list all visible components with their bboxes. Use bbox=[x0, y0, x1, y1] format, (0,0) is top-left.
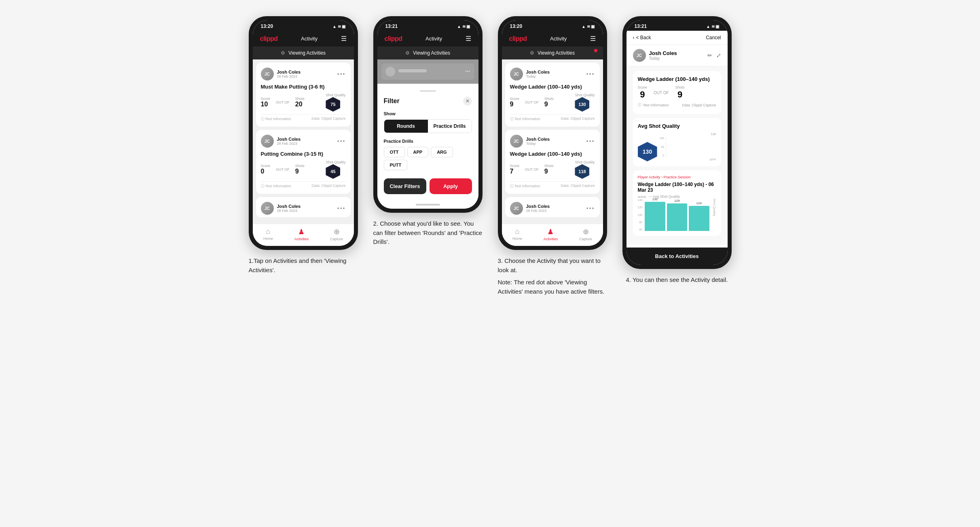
activity-card-1-2[interactable]: JC Josh Coles 28 Feb 2023 ••• bbox=[256, 197, 351, 217]
card-footer-1-0: ⓘ Test Information Data: Clippd Capture bbox=[261, 114, 346, 122]
shots-stat-1-0: Shots 20 bbox=[295, 97, 305, 108]
nav-activities-3[interactable]: ♟ Activities bbox=[544, 227, 558, 241]
chip-app[interactable]: APP bbox=[407, 147, 429, 157]
notch-3 bbox=[532, 20, 573, 29]
viewing-banner-3[interactable]: ⚙ Viewing Activities bbox=[502, 47, 603, 59]
card-header-1-0: JC Josh Coles 28 Feb 2023 ••• bbox=[261, 68, 346, 80]
nav-home-3[interactable]: ⌂ Home bbox=[512, 227, 522, 241]
expand-icon[interactable]: ⤢ bbox=[716, 52, 721, 59]
user-name-1-1: Josh Coles bbox=[277, 137, 337, 142]
user-name-1-2: Josh Coles bbox=[277, 204, 337, 209]
drag-handle bbox=[420, 90, 436, 92]
user-info-1-0: Josh Coles 28 Feb 2023 bbox=[277, 70, 337, 78]
card-dots-1-0[interactable]: ••• bbox=[337, 71, 346, 77]
detail-quality-title: Avg Shot Quality bbox=[638, 123, 716, 129]
card-stats-1-1: Score 0 OUT OF Shots 9 Shot Quality bbox=[261, 160, 346, 179]
card-dots-3-1[interactable]: ••• bbox=[586, 138, 595, 144]
status-bar-3: 13:20 ▲ ≋ ▣ bbox=[502, 20, 603, 31]
avatar-3-1: JC bbox=[510, 135, 523, 148]
chevron-left-icon: ‹ bbox=[633, 35, 635, 40]
user-name-3-0: Josh Coles bbox=[526, 70, 586, 74]
avatar-1-2: JC bbox=[261, 202, 274, 215]
detail-session-section: Player Activity › Practice Session Wedge… bbox=[633, 170, 721, 236]
avatar-3-0: JC bbox=[510, 68, 523, 80]
nav-capture-3[interactable]: ⊕ Capture bbox=[579, 227, 592, 241]
session-label: Player Activity › Practice Session bbox=[638, 175, 716, 179]
user-name-3-2: Josh Coles bbox=[526, 204, 586, 209]
card-header-1-2: JC Josh Coles 28 Feb 2023 ••• bbox=[261, 202, 346, 215]
user-name-1-0: Josh Coles bbox=[277, 70, 337, 74]
apply-button[interactable]: Apply bbox=[430, 178, 472, 194]
app-logo-2: clippd bbox=[385, 35, 402, 42]
modal-header: Filter ✕ bbox=[384, 97, 472, 106]
nav-capture-label-3: Capture bbox=[579, 237, 592, 241]
user-date-3-2: 28 Feb 2023 bbox=[526, 209, 586, 213]
status-icons-2: ▲ ≋ ▣ bbox=[457, 24, 470, 29]
phone-4-frame: 13:21 ▲ ≋ ▣ ‹ < Back Cancel bbox=[622, 16, 732, 269]
viewing-banner-1[interactable]: ⚙ Viewing Activities bbox=[253, 47, 354, 59]
filter-toggle-row: Rounds Practice Drills bbox=[384, 119, 472, 133]
activity-card-1-0[interactable]: JC Josh Coles 28 Feb 2023 ••• Must Make … bbox=[256, 63, 351, 127]
detail-user-row: JC Josh Coles Today ✏ ⤢ bbox=[627, 45, 728, 66]
detail-drill-title: Wedge Ladder (100–140 yds) bbox=[638, 76, 716, 82]
clear-filters-button[interactable]: Clear Filters bbox=[384, 178, 426, 194]
chip-ott[interactable]: OTT bbox=[384, 147, 405, 157]
nav-capture-1[interactable]: ⊕ Capture bbox=[330, 227, 343, 241]
card-title-3-1: Wedge Ladder (100–140 yds) bbox=[510, 151, 595, 157]
activities-icon-3: ♟ bbox=[547, 227, 554, 236]
cancel-button[interactable]: Cancel bbox=[706, 35, 721, 40]
detail-quality-hex: 130 bbox=[638, 142, 657, 161]
bottom-nav-1: ⌂ Home ♟ Activities ⊕ Capture bbox=[253, 224, 354, 246]
hamburger-icon-2[interactable]: ☰ bbox=[466, 35, 471, 42]
modal-close-button[interactable]: ✕ bbox=[463, 97, 472, 106]
phone-3-container: 13:20 ▲ ≋ ▣ clippd Activity ☰ ⚙ Viewing … bbox=[496, 16, 609, 296]
shots-stat-1-1: Shots 9 bbox=[295, 164, 305, 175]
chip-arg[interactable]: ARG bbox=[431, 147, 453, 157]
back-to-activities-button[interactable]: Back to Activities bbox=[627, 248, 728, 265]
status-time-3: 13:20 bbox=[510, 23, 523, 29]
nav-home-1[interactable]: ⌂ Home bbox=[263, 227, 273, 241]
edit-icon[interactable]: ✏ bbox=[707, 52, 712, 59]
shots-stat-3-1: Shots 9 bbox=[544, 164, 554, 175]
card-dots-3-0[interactable]: ••• bbox=[586, 71, 595, 77]
nav-home-label-1: Home bbox=[263, 237, 273, 241]
card-stats-3-1: Score 7 OUT OF Shots 9 Shot Quality bbox=[510, 160, 595, 179]
hamburger-icon-3[interactable]: ☰ bbox=[590, 35, 596, 42]
activity-card-3-0[interactable]: JC Josh Coles Today ••• Wedge Ladder (10… bbox=[505, 63, 600, 127]
viewing-banner-2[interactable]: ⚙ Viewing Activities bbox=[377, 47, 478, 59]
chip-putt[interactable]: PUTT bbox=[384, 160, 408, 170]
card-header-3-1: JC Josh Coles Today ••• bbox=[510, 135, 595, 148]
avatar-1-1: JC bbox=[261, 135, 274, 148]
capture-icon-1: ⊕ bbox=[334, 227, 340, 236]
card-dots-1-2[interactable]: ••• bbox=[337, 205, 346, 212]
card-footer-3-0: ⓘ Test Information Data: Clippd Capture bbox=[510, 114, 595, 122]
nav-title-3: Activity bbox=[550, 36, 567, 42]
card-dots-3-2[interactable]: ••• bbox=[586, 205, 595, 212]
user-name-3-1: Josh Coles bbox=[526, 137, 586, 142]
notch-1 bbox=[283, 20, 324, 29]
filter-rounds-btn[interactable]: Rounds bbox=[384, 120, 428, 133]
activity-card-1-1[interactable]: JC Josh Coles 28 Feb 2023 ••• Putting Co… bbox=[256, 130, 351, 194]
nav-home-label-3: Home bbox=[512, 237, 522, 241]
activity-card-3-1[interactable]: JC Josh Coles Today ••• Wedge Ladder (10… bbox=[505, 130, 600, 194]
bar-y-axis: 140 120 100 80 60 bbox=[638, 199, 643, 231]
hamburger-icon-1[interactable]: ☰ bbox=[341, 35, 347, 42]
filter-drills-btn[interactable]: Practice Drills bbox=[428, 120, 472, 133]
activity-card-3-2[interactable]: JC Josh Coles 28 Feb 2023 ••• bbox=[505, 197, 600, 217]
app-logo-3: clippd bbox=[509, 35, 527, 42]
card-dots-1-1[interactable]: ••• bbox=[337, 138, 346, 144]
back-button[interactable]: ‹ < Back bbox=[633, 35, 651, 40]
bar-group-1: 132 bbox=[645, 197, 665, 231]
bar-group-3: 124 bbox=[689, 201, 709, 231]
quality-hex-1-0: 75 bbox=[326, 97, 340, 112]
bar-1 bbox=[645, 202, 665, 231]
modal-footer: Clear Filters Apply bbox=[384, 178, 472, 194]
phone-1-container: 13:20 ▲ ≋ ▣ clippd Activity ☰ ⚙ Viewing … bbox=[247, 16, 360, 275]
detail-chart-area: 130 130 100 50 0 bbox=[638, 132, 716, 161]
description-4: 4. You can then see the Activity detail. bbox=[626, 275, 728, 285]
activities-icon-1: ♟ bbox=[298, 227, 305, 236]
status-icons-4: ▲ ≋ ▣ bbox=[706, 24, 719, 29]
nav-activities-1[interactable]: ♟ Activities bbox=[294, 227, 309, 241]
status-bar-1: 13:20 ▲ ≋ ▣ bbox=[253, 20, 354, 31]
phones-row: 13:20 ▲ ≋ ▣ clippd Activity ☰ ⚙ Viewing … bbox=[247, 16, 734, 296]
